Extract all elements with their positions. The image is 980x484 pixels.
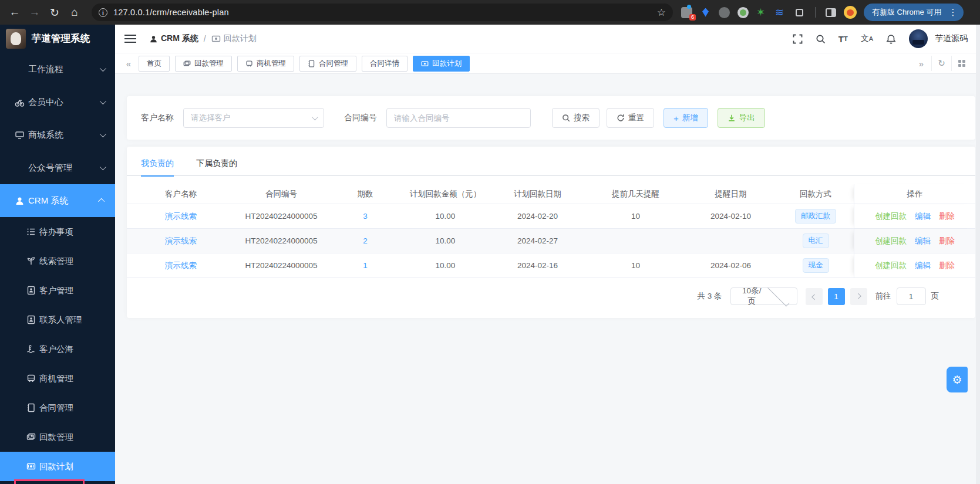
tag-opportunity-management[interactable]: 商机管理 — [237, 56, 294, 72]
extension-icon[interactable] — [775, 7, 786, 18]
search-button[interactable]: 搜索 — [552, 108, 600, 128]
filter-card: 客户名称 请选择客户 合同编号 搜索 重置 + 新增 — [127, 96, 975, 140]
page-scrollbar[interactable] — [976, 25, 980, 484]
banknote-icon — [211, 34, 221, 43]
period-link[interactable]: 3 — [328, 212, 403, 221]
next-page-button[interactable] — [850, 288, 867, 305]
tab-subordinate[interactable]: 下属负责的 — [196, 152, 237, 175]
period-link[interactable]: 1 — [328, 261, 403, 270]
sidebar-item-member-center[interactable]: 会员中心 — [0, 86, 115, 119]
edit-link[interactable]: 编辑 — [915, 211, 931, 222]
collapse-sidebar-icon[interactable] — [124, 35, 136, 43]
col-method: 回款方式 — [777, 189, 854, 199]
goto-page-input[interactable] — [897, 287, 926, 305]
tag-home[interactable]: 首页 — [139, 56, 170, 72]
sidebar-item-customer-pool[interactable]: 客户公海 — [0, 334, 115, 364]
refresh-page-icon[interactable]: ↻ — [931, 56, 951, 71]
tag-payment-management[interactable]: 回款管理 — [175, 56, 232, 72]
browser-menu-icon[interactable]: ⋮ — [946, 7, 960, 18]
sidebar-item-receivable-plan[interactable]: 回款计划 — [0, 452, 115, 481]
edit-link[interactable]: 编辑 — [915, 260, 931, 271]
customer-link[interactable]: 演示线索 — [127, 260, 235, 271]
browser-back-button[interactable]: ← — [5, 2, 25, 22]
table-row: 演示线索 HT20240224000005 3 10.00 2024-02-20… — [127, 204, 975, 229]
add-button[interactable]: + 新增 — [664, 108, 708, 128]
tab-mine[interactable]: 我负责的 — [141, 152, 174, 175]
chevron-down-icon — [100, 65, 106, 72]
extension-icon[interactable]: 6 — [681, 7, 692, 18]
translate-icon[interactable]: 文A — [861, 33, 873, 44]
tag-options-grid-icon[interactable] — [951, 56, 971, 71]
prev-page-button[interactable] — [806, 288, 823, 305]
tags-scroll-right-icon[interactable]: » — [911, 56, 931, 71]
bus-icon — [245, 60, 253, 67]
extension-icon[interactable] — [719, 7, 730, 18]
col-period: 期数 — [328, 189, 403, 199]
fullscreen-icon[interactable] — [793, 34, 803, 44]
chrome-update-chip[interactable]: 有新版 Chrome 可用 ⋮ — [864, 4, 964, 21]
browser-forward-button[interactable]: → — [25, 2, 45, 22]
sidebar-item-contract-management[interactable]: 合同管理 — [0, 393, 115, 422]
browser-reload-button[interactable]: ↻ — [45, 2, 65, 22]
delete-link[interactable]: 删除 — [939, 236, 955, 246]
create-payment-link[interactable]: 创建回款 — [875, 211, 907, 222]
tag-contract-management[interactable]: 合同管理 — [299, 56, 356, 72]
create-payment-link[interactable]: 创建回款 — [875, 236, 907, 246]
tag-controls: » ↻ — [911, 56, 971, 71]
extension-icon[interactable] — [756, 7, 767, 18]
extensions-puzzle-icon[interactable] — [794, 7, 805, 18]
sidebar-item-mall-system[interactable]: 商城系统 — [0, 119, 115, 151]
delete-link[interactable]: 删除 — [939, 260, 955, 271]
method-badge: 电汇 — [803, 233, 829, 248]
notification-bell-icon[interactable] — [886, 34, 896, 44]
site-info-icon[interactable]: i — [99, 8, 107, 17]
contact-book-icon — [26, 315, 39, 324]
sidebar-item-clue-management[interactable]: 线索管理 — [0, 246, 115, 276]
method-badge: 邮政汇款 — [795, 209, 836, 224]
sidebar-item-workflow[interactable]: 工作流程 — [0, 53, 115, 86]
url-text[interactable]: 127.0.0.1/crm/receivable-plan — [113, 8, 657, 17]
tags-scroll-left-icon[interactable]: « — [122, 59, 135, 69]
extension-icon[interactable] — [737, 7, 749, 18]
reset-button[interactable]: 重置 — [607, 108, 654, 128]
contract-no-label: 合同编号 — [344, 113, 377, 123]
create-payment-link[interactable]: 创建回款 — [875, 260, 907, 271]
export-button[interactable]: 导出 — [718, 108, 765, 128]
breadcrumb-current: 回款计划 — [224, 33, 257, 44]
tag-contract-detail[interactable]: 合同详情 — [362, 56, 408, 72]
chevron-right-icon — [855, 293, 861, 299]
extension-icon[interactable] — [700, 7, 711, 18]
app-logo[interactable]: 芋道管理系统 — [0, 25, 115, 53]
search-icon[interactable] — [816, 34, 826, 44]
customer-link[interactable]: 演示线索 — [127, 211, 235, 222]
side-panel-icon[interactable] — [826, 8, 836, 17]
sidebar-item-contact-management[interactable]: 联系人管理 — [0, 305, 115, 334]
sidebar-item-todo[interactable]: 待办事项 — [0, 217, 115, 246]
sidebar-item-opportunity-management[interactable]: 商机管理 — [0, 364, 115, 393]
period-link[interactable]: 2 — [328, 236, 403, 245]
browser-home-button[interactable]: ⌂ — [65, 2, 85, 22]
customer-link[interactable]: 演示线索 — [127, 236, 235, 246]
edit-link[interactable]: 编辑 — [915, 236, 931, 246]
font-size-icon[interactable]: TT — [838, 34, 848, 44]
customer-select[interactable]: 请选择客户 — [183, 108, 324, 128]
contract-no-input[interactable] — [386, 108, 531, 128]
sidebar-item-payment-management[interactable]: 回款管理 — [0, 422, 115, 452]
sidebar-item-official-account[interactable]: 公众号管理 — [0, 151, 115, 184]
tag-receivable-plan[interactable]: 回款计划 — [413, 56, 470, 72]
username[interactable]: 芋道源码 — [935, 33, 968, 44]
delete-link[interactable]: 删除 — [939, 211, 955, 222]
sidebar-item-customer-management[interactable]: 客户管理 — [0, 276, 115, 305]
banknote-icon — [421, 60, 429, 67]
settings-gear-button[interactable]: ⚙ — [947, 367, 968, 392]
page-size-select[interactable]: 10条/页 — [730, 287, 797, 305]
page-number-button[interactable]: 1 — [828, 288, 845, 305]
breadcrumb-section[interactable]: CRM 系统 — [161, 33, 198, 44]
app-title: 芋道管理系统 — [32, 32, 90, 45]
address-bar[interactable]: i 127.0.0.1/crm/receivable-plan ☆ — [92, 4, 673, 21]
browser-profile-avatar[interactable] — [844, 6, 857, 19]
bookmark-star-icon[interactable]: ☆ — [657, 6, 666, 19]
clue-icon — [26, 256, 39, 266]
user-avatar[interactable] — [909, 29, 928, 48]
sidebar-item-crm-system[interactable]: CRM 系统 — [0, 184, 115, 217]
